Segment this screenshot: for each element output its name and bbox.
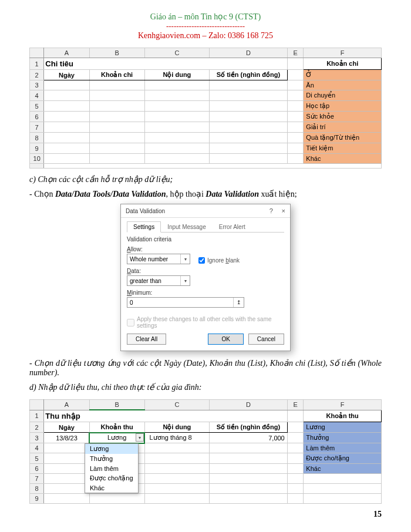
col-header-a[interactable]: A: [44, 48, 89, 58]
cell-header-noi-dung[interactable]: Nội dung: [144, 70, 210, 80]
row-header[interactable]: 7: [30, 122, 44, 133]
ignore-blank-checkbox[interactable]: [198, 257, 205, 264]
cell-noi-dung[interactable]: Lương tháng 8: [144, 433, 210, 443]
cell-date[interactable]: 13/8/23: [44, 433, 89, 443]
dialog-title: Data Validation: [126, 208, 165, 214]
tab-error-alert[interactable]: Error Alert: [213, 221, 252, 232]
cell[interactable]: [287, 58, 304, 70]
cell-khoan-chi-header[interactable]: Khoản chi: [304, 58, 382, 70]
col-header-c[interactable]: C: [144, 48, 210, 58]
row-header[interactable]: 3: [30, 80, 44, 90]
row-header[interactable]: 6: [30, 464, 44, 474]
ok-button[interactable]: OK: [208, 334, 243, 345]
cell-header-ngay[interactable]: Ngày: [44, 70, 89, 80]
dropdown-arrow-icon[interactable]: ▾: [136, 433, 144, 442]
chevron-down-icon: ▾: [180, 254, 190, 264]
cell-header-noi-dung[interactable]: Nội dung: [144, 422, 210, 433]
dropdown-item[interactable]: Được cho/tặng: [85, 473, 138, 483]
cancel-button[interactable]: Cancel: [248, 334, 284, 345]
col-header-e[interactable]: E: [287, 48, 304, 58]
dropdown-item[interactable]: Làm thêm: [85, 464, 138, 473]
cell-khoan-chi-item[interactable]: Di chuyển: [304, 90, 382, 101]
dropdown-item[interactable]: Thưởng: [85, 454, 138, 464]
doc-subtitle: Kenhgiaovien.com – Zalo: 0386 168 725: [29, 31, 382, 41]
cell-khoan-chi-item[interactable]: Học tập: [304, 101, 382, 112]
cell-khoan-chi-item[interactable]: Khác: [304, 154, 382, 164]
apply-all-label: Apply these changes to all other cells w…: [137, 316, 284, 329]
ignore-blank-label: Ignore blank: [207, 257, 240, 264]
cell-khoan-chi-item[interactable]: Giải trí: [304, 122, 382, 133]
row-header[interactable]: 5: [30, 101, 44, 112]
cell-khoan-thu-item[interactable]: Lương: [304, 422, 382, 433]
row-header[interactable]: 4: [30, 90, 44, 101]
cell-header-so-tien[interactable]: Số tiền (nghìn đồng): [210, 422, 288, 433]
cell-khoan-chi-item[interactable]: Quà tặng/Từ thiện: [304, 133, 382, 143]
col-header-c[interactable]: C: [144, 400, 210, 410]
tab-settings[interactable]: Settings: [127, 221, 161, 233]
col-header-a[interactable]: A: [44, 400, 89, 410]
validation-criteria-label: Validation criteria: [127, 236, 284, 243]
range-selector-icon[interactable]: ↥: [233, 298, 244, 307]
dropdown-item[interactable]: Khác: [85, 483, 138, 493]
body-text-data-validation: - Chọn Data/Data Tools/Data Validation, …: [29, 189, 382, 199]
body-text-d: d) Nhập dữ liệu thu, chi theo thực tế củ…: [29, 382, 382, 392]
col-header-d[interactable]: D: [210, 400, 288, 410]
cell-header-so-tien[interactable]: Số tiền (nghìn đồng): [210, 70, 288, 80]
dialog-tabs: Settings Input Message Error Alert: [127, 221, 284, 233]
cell-khoan-chi-item[interactable]: Ở: [304, 70, 382, 80]
cell-header-khoan-thu[interactable]: Khoản thu: [89, 422, 144, 433]
cell[interactable]: [287, 422, 304, 433]
row-header[interactable]: 6: [30, 112, 44, 122]
data-combo[interactable]: greater than ▾: [127, 275, 190, 286]
row-header[interactable]: 1: [30, 58, 44, 70]
row-header[interactable]: 1: [30, 410, 44, 422]
row-header[interactable]: 8: [30, 133, 44, 143]
row-header[interactable]: 2: [30, 70, 44, 80]
row-header[interactable]: 7: [30, 474, 44, 484]
cell-khoan-thu-item[interactable]: Được cho/tặng: [304, 453, 382, 464]
cell-so-tien[interactable]: 7,000: [210, 433, 288, 443]
validation-dropdown-list[interactable]: Lương Thưởng Làm thêm Được cho/tặng Khác: [85, 443, 139, 493]
cell-header-khoan-chi[interactable]: Khoản chi: [89, 70, 144, 80]
dialog-titlebar[interactable]: Data Validation ? ×: [121, 204, 290, 218]
close-icon[interactable]: ×: [282, 207, 285, 214]
cell-khoan-thu-item[interactable]: Làm thêm: [304, 443, 382, 453]
col-header-e[interactable]: E: [287, 400, 304, 410]
clear-all-button[interactable]: Clear All: [127, 334, 166, 345]
doc-title: Giáo án – môn Tin học 9 (CTST): [29, 12, 382, 22]
cell-header-ngay[interactable]: Ngày: [44, 422, 89, 433]
cell-khoan-chi-item[interactable]: Tiết kiệm: [304, 143, 382, 154]
cell[interactable]: [287, 410, 304, 422]
cell[interactable]: [287, 433, 304, 443]
col-header-f[interactable]: F: [304, 48, 382, 58]
col-header-f[interactable]: F: [304, 400, 382, 410]
minimum-input[interactable]: 0 ↥: [127, 297, 244, 308]
sheet-corner[interactable]: [30, 48, 44, 58]
row-header[interactable]: 4: [30, 443, 44, 453]
cell[interactable]: [287, 70, 304, 80]
help-icon[interactable]: ?: [269, 207, 273, 214]
excel-table-thu-nhap: A B C D E F 1 Thu nhập Khoản thu 2 Ngày …: [29, 399, 382, 504]
cell-title-chi-tieu[interactable]: Chi tiêu: [44, 58, 287, 70]
row-header[interactable]: 9: [30, 143, 44, 154]
col-header-b[interactable]: B: [89, 48, 144, 58]
row-header[interactable]: 10: [30, 154, 44, 164]
row-header[interactable]: 8: [30, 484, 44, 494]
col-header-b[interactable]: B: [89, 400, 144, 410]
col-header-d[interactable]: D: [210, 48, 288, 58]
row-header[interactable]: 5: [30, 453, 44, 464]
row-header[interactable]: 2: [30, 422, 44, 433]
dropdown-item[interactable]: Lương: [85, 444, 138, 454]
tab-input-message[interactable]: Input Message: [161, 221, 213, 232]
row-header[interactable]: 9: [30, 494, 44, 504]
allow-combo[interactable]: Whole number ▾: [127, 254, 190, 264]
cell-khoan-thu-item[interactable]: Thưởng: [304, 433, 382, 443]
row-header[interactable]: 3: [30, 433, 44, 443]
sheet-corner[interactable]: [30, 400, 44, 410]
cell-khoan-chi-item[interactable]: Ăn: [304, 80, 382, 90]
cell-khoan-thu-header[interactable]: Khoản thu: [304, 410, 382, 422]
cell-khoan-thu-item[interactable]: Khác: [304, 464, 382, 474]
cell-khoan-chi-item[interactable]: Sức khỏe: [304, 112, 382, 122]
row-header[interactable]: [30, 164, 44, 169]
cell-title-thu-nhap[interactable]: Thu nhập: [44, 410, 287, 422]
